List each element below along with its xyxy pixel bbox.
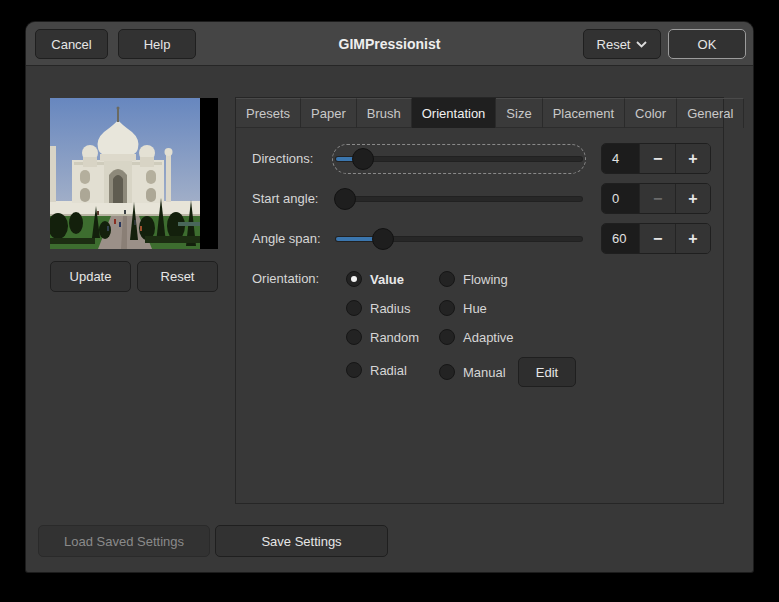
minus-icon[interactable]: − <box>639 144 674 173</box>
tab-general[interactable]: General <box>677 98 744 128</box>
preview-image[interactable] <box>50 98 218 249</box>
taj-mahal-image <box>50 98 218 249</box>
directions-slider[interactable] <box>334 146 584 172</box>
slider-thumb[interactable] <box>334 188 356 210</box>
edit-button[interactable]: Edit <box>518 357 576 387</box>
radio-icon <box>346 300 362 316</box>
settings-notebook: Presets Paper Brush Orientation Size Pla… <box>235 97 724 504</box>
header-bar: GIMPressionist Cancel Help Reset OK <box>26 22 753 66</box>
minus-icon[interactable]: − <box>639 224 674 253</box>
reset-dropdown-button[interactable]: Reset <box>583 29 661 59</box>
tab-size[interactable]: Size <box>496 98 542 128</box>
radio-icon <box>346 362 362 378</box>
start-angle-label: Start angle: <box>252 189 319 209</box>
tab-color[interactable]: Color <box>625 98 677 128</box>
radio-icon <box>346 329 362 345</box>
radio-value[interactable]: Value <box>346 269 404 289</box>
orientation-label: Orientation: <box>252 269 319 289</box>
directions-label: Directions: <box>252 149 313 169</box>
radio-icon <box>439 364 455 380</box>
gimpressionist-dialog: GIMPressionist Cancel Help Reset OK <box>26 22 753 572</box>
angle-span-spinbutton: 60 − + <box>601 223 711 254</box>
update-preview-button[interactable]: Update <box>50 261 131 292</box>
radio-hue[interactable]: Hue <box>439 298 487 318</box>
ok-button[interactable]: OK <box>668 29 746 59</box>
slider-thumb[interactable] <box>372 228 394 250</box>
tab-orientation[interactable]: Orientation <box>412 98 497 128</box>
radio-flowing[interactable]: Flowing <box>439 269 508 289</box>
tab-strip: Presets Paper Brush Orientation Size Pla… <box>236 98 723 128</box>
radio-random[interactable]: Random <box>346 327 419 347</box>
radio-icon <box>439 329 455 345</box>
tab-presets[interactable]: Presets <box>236 98 301 128</box>
angle-span-label: Angle span: <box>252 229 321 249</box>
minus-icon[interactable]: − <box>639 184 674 213</box>
plus-icon[interactable]: + <box>675 144 710 173</box>
reset-preview-button[interactable]: Reset <box>137 261 218 292</box>
radio-icon <box>439 271 455 287</box>
radio-radial[interactable]: Radial <box>346 360 407 380</box>
radio-icon <box>439 300 455 316</box>
chevron-down-icon <box>636 41 647 48</box>
cancel-button[interactable]: Cancel <box>35 29 108 59</box>
save-settings-button[interactable]: Save Settings <box>215 525 388 557</box>
help-button[interactable]: Help <box>118 29 196 59</box>
tab-placement[interactable]: Placement <box>543 98 625 128</box>
radio-icon <box>346 271 362 287</box>
plus-icon[interactable]: + <box>675 184 710 213</box>
reset-label: Reset <box>597 37 631 52</box>
plus-icon[interactable]: + <box>675 224 710 253</box>
angle-span-slider[interactable] <box>334 226 584 252</box>
tab-paper[interactable]: Paper <box>301 98 357 128</box>
start-angle-spinbutton: 0 − + <box>601 183 711 214</box>
radio-manual[interactable]: Manual <box>439 362 506 382</box>
tab-brush[interactable]: Brush <box>357 98 412 128</box>
start-angle-slider[interactable] <box>334 186 584 212</box>
load-saved-settings-button[interactable]: Load Saved Settings <box>38 525 210 557</box>
radio-adaptive[interactable]: Adaptive <box>439 327 514 347</box>
radio-radius[interactable]: Radius <box>346 298 410 318</box>
directions-value[interactable]: 4 <box>602 144 639 173</box>
directions-spinbutton: 4 − + <box>601 143 711 174</box>
angle-span-value[interactable]: 60 <box>602 224 639 253</box>
slider-thumb[interactable] <box>352 148 374 170</box>
start-angle-value[interactable]: 0 <box>602 184 639 213</box>
